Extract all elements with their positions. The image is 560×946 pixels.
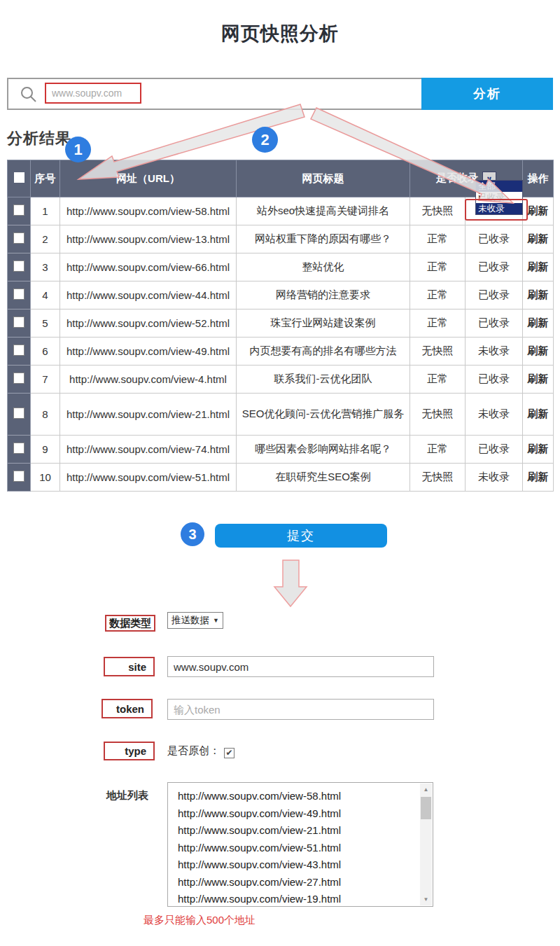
- row-refresh-link[interactable]: 刷新: [523, 338, 554, 366]
- row-checkbox-cell: [8, 309, 31, 338]
- row-url-link[interactable]: http://www.soupv.com/view-66.html: [60, 253, 237, 281]
- search-input[interactable]: [45, 83, 141, 104]
- row-refresh-link[interactable]: 刷新: [523, 281, 554, 309]
- row-url-link[interactable]: http://www.soupv.com/view-52.html: [60, 309, 237, 338]
- row-checkbox[interactable]: [13, 471, 24, 482]
- table-row: 10http://www.soupv.com/view-51.html在职研究生…: [8, 464, 554, 492]
- search-bar: 分析: [7, 78, 553, 110]
- select-all-cell: [8, 160, 31, 197]
- chevron-down-icon: ▼: [213, 617, 219, 624]
- row-checkbox[interactable]: [13, 204, 24, 216]
- token-field[interactable]: [167, 699, 434, 720]
- row-refresh-link[interactable]: 刷新: [523, 464, 554, 492]
- url-list-label: 地址列表: [106, 789, 148, 802]
- row-refresh-link[interactable]: 刷新: [523, 253, 554, 281]
- row-checkbox[interactable]: [13, 288, 24, 300]
- row-indexed-status: 未收录: [465, 464, 523, 492]
- row-seq: 1: [31, 197, 60, 225]
- table-row: 2http://www.soupv.com/view-13.html网站权重下降…: [8, 225, 554, 253]
- row-indexed-status: 已收录: [465, 436, 523, 464]
- row-refresh-link[interactable]: 刷新: [523, 394, 554, 436]
- index-filter-dropdown: 全部已收录未收录: [475, 180, 523, 215]
- url-line: http://www.soupv.com/view-21.html: [178, 822, 416, 840]
- row-url-link[interactable]: http://www.soupv.com/view-13.html: [60, 225, 237, 253]
- row-seq: 6: [31, 338, 60, 366]
- row-refresh-link[interactable]: 刷新: [523, 225, 554, 253]
- site-field[interactable]: [167, 656, 434, 677]
- row-indexed-status: 未收录: [465, 338, 523, 366]
- url-line: http://www.soupv.com/view-27.html: [178, 874, 416, 891]
- results-table: 序号 网址（URL） 网页标题 是否收录∨ 操作 1http://www.sou…: [7, 160, 554, 492]
- row-refresh-link[interactable]: 刷新: [523, 197, 554, 225]
- row-snapshot-status: 正常: [410, 281, 465, 309]
- row-checkbox[interactable]: [13, 317, 24, 328]
- row-url-link[interactable]: http://www.soupv.com/view-49.html: [60, 338, 237, 366]
- analyze-button[interactable]: 分析: [421, 78, 553, 110]
- row-checkbox-cell: [8, 366, 31, 394]
- page-title: 网页快照分析: [0, 21, 560, 46]
- row-indexed-status: 已收录: [465, 225, 523, 253]
- row-url-link[interactable]: http://www.soupv.com/view-74.html: [60, 436, 237, 464]
- table-row: 6http://www.soupv.com/view-49.html内页想要有高…: [8, 338, 554, 366]
- row-snapshot-status: 正常: [410, 225, 465, 253]
- row-url-link[interactable]: http://www.soupv.com/view-44.html: [60, 281, 237, 309]
- row-checkbox[interactable]: [13, 408, 24, 419]
- row-checkbox[interactable]: [13, 260, 24, 272]
- row-title: 在职研究生SEO案例: [237, 464, 410, 492]
- table-row: 9http://www.soupv.com/view-74.html哪些因素会影…: [8, 436, 554, 464]
- row-checkbox-cell: [8, 436, 31, 464]
- arrow-down-icon: [274, 560, 307, 606]
- row-seq: 7: [31, 366, 60, 394]
- scrollbar-thumb[interactable]: [421, 797, 431, 819]
- url-list-textarea[interactable]: http://www.soupv.com/view-58.htmlhttp://…: [167, 782, 433, 907]
- scroll-down-icon[interactable]: ▼: [420, 893, 432, 905]
- row-refresh-link[interactable]: 刷新: [523, 309, 554, 338]
- row-url-link[interactable]: http://www.soupv.com/view-4.html: [60, 366, 237, 394]
- filter-option[interactable]: 未收录: [476, 203, 522, 214]
- row-indexed-status: 未收录: [465, 394, 523, 436]
- col-header-title: 网页标题: [237, 160, 410, 197]
- row-checkbox-cell: [8, 197, 31, 225]
- url-lines: http://www.soupv.com/view-58.htmlhttp://…: [178, 788, 416, 906]
- row-snapshot-status: 正常: [410, 436, 465, 464]
- row-refresh-link[interactable]: 刷新: [523, 366, 554, 394]
- data-type-select[interactable]: 推送数据 ▼: [167, 612, 223, 629]
- type-label: type: [104, 742, 155, 760]
- url-line: http://www.soupv.com/view-58.html: [178, 788, 416, 805]
- row-seq: 8: [31, 394, 60, 436]
- row-snapshot-status: 无快照: [410, 197, 465, 225]
- row-snapshot-status: 无快照: [410, 338, 465, 366]
- row-snapshot-status: 无快照: [410, 464, 465, 492]
- row-title: 哪些因素会影响网站排名呢？: [237, 436, 410, 464]
- snapshot-analysis-page: 网页快照分析 分析 分析结果 序号 网址（URL） 网页标题 是否收录∨: [0, 0, 560, 946]
- row-refresh-link[interactable]: 刷新: [523, 436, 554, 464]
- row-checkbox[interactable]: [13, 345, 24, 356]
- row-url-link[interactable]: http://www.soupv.com/view-51.html: [60, 464, 237, 492]
- row-title: 珠宝行业网站建设案例: [237, 309, 410, 338]
- table-row: 1http://www.soupv.com/view-58.html站外seo快…: [8, 197, 554, 225]
- row-snapshot-status: 正常: [410, 309, 465, 338]
- table-header-row: 序号 网址（URL） 网页标题 是否收录∨ 操作: [8, 160, 554, 197]
- url-line: http://www.soupv.com/view-19.html: [178, 891, 416, 906]
- row-checkbox[interactable]: [13, 232, 24, 244]
- row-title: SEO优化顾问-云优化营销推广服务: [237, 394, 410, 436]
- row-url-link[interactable]: http://www.soupv.com/view-58.html: [60, 197, 237, 225]
- original-checkbox[interactable]: ✔: [224, 748, 234, 758]
- table-row: 4http://www.soupv.com/view-44.html网络营销的注…: [8, 281, 554, 309]
- row-checkbox[interactable]: [13, 373, 24, 384]
- table-row: 7http://www.soupv.com/view-4.html联系我们-云优…: [8, 366, 554, 394]
- row-checkbox[interactable]: [13, 443, 24, 454]
- row-checkbox-cell: [8, 253, 31, 281]
- scrollbar[interactable]: ▲ ▼: [420, 784, 432, 905]
- submit-button[interactable]: 提交: [215, 524, 387, 548]
- row-indexed-status: 已收录: [465, 309, 523, 338]
- row-url-link[interactable]: http://www.soupv.com/view-21.html: [60, 394, 237, 436]
- results-heading: 分析结果: [7, 128, 71, 149]
- filter-option[interactable]: 全部: [476, 181, 522, 192]
- row-seq: 9: [31, 436, 60, 464]
- filter-option[interactable]: 已收录: [476, 192, 522, 203]
- select-all-checkbox[interactable]: [14, 172, 24, 183]
- row-seq: 5: [31, 309, 60, 338]
- scroll-up-icon[interactable]: ▲: [420, 784, 432, 795]
- row-checkbox-cell: [8, 225, 31, 253]
